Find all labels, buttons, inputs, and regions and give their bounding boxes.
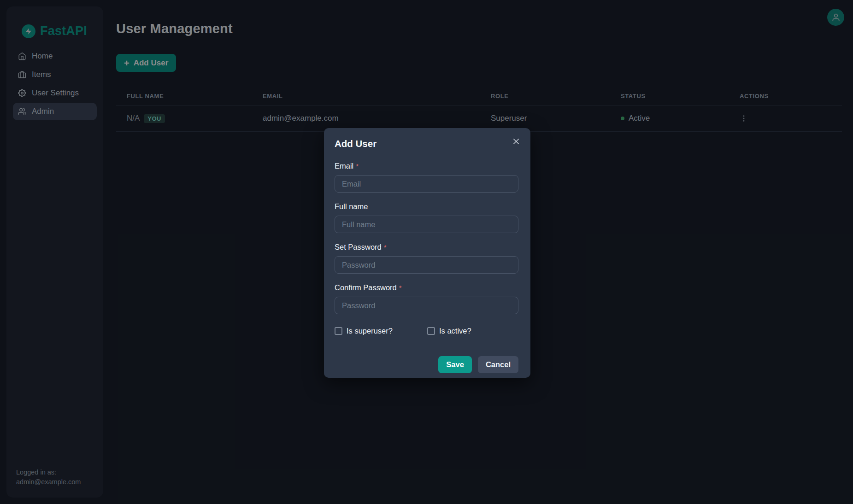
checkbox-row: Is superuser? Is active? xyxy=(335,327,518,335)
required-asterisk: * xyxy=(384,243,387,251)
confirm-password-field-label: Confirm Password* xyxy=(335,283,518,292)
email-label-text: Email xyxy=(335,162,353,170)
set-password-field-label: Set Password* xyxy=(335,243,518,252)
required-asterisk: * xyxy=(356,162,359,170)
close-icon xyxy=(512,138,520,145)
is-active-checkbox[interactable]: Is active? xyxy=(427,327,471,335)
required-asterisk: * xyxy=(399,284,402,292)
save-button[interactable]: Save xyxy=(438,356,472,373)
is-active-label: Is active? xyxy=(439,327,471,335)
is-superuser-label: Is superuser? xyxy=(347,327,393,335)
modal-actions: Save Cancel xyxy=(335,356,518,373)
confirm-password-label-text: Confirm Password xyxy=(335,283,397,292)
is-superuser-checkbox[interactable]: Is superuser? xyxy=(335,327,427,335)
modal-title: Add User xyxy=(335,138,518,149)
full-name-label-text: Full name xyxy=(335,202,368,211)
email-field-label: Email* xyxy=(335,162,518,170)
confirm-password-field[interactable] xyxy=(335,297,518,314)
set-password-label-text: Set Password xyxy=(335,243,382,251)
add-user-modal: Add User Email* Full name Set Password* … xyxy=(324,128,530,378)
checkbox-unchecked-icon[interactable] xyxy=(335,327,342,335)
set-password-field[interactable] xyxy=(335,256,518,274)
modal-close-button[interactable] xyxy=(510,135,522,147)
email-field[interactable] xyxy=(335,175,518,193)
full-name-field-label: Full name xyxy=(335,202,518,211)
checkbox-unchecked-icon[interactable] xyxy=(427,327,435,335)
full-name-field[interactable] xyxy=(335,216,518,233)
cancel-button[interactable]: Cancel xyxy=(478,356,518,373)
